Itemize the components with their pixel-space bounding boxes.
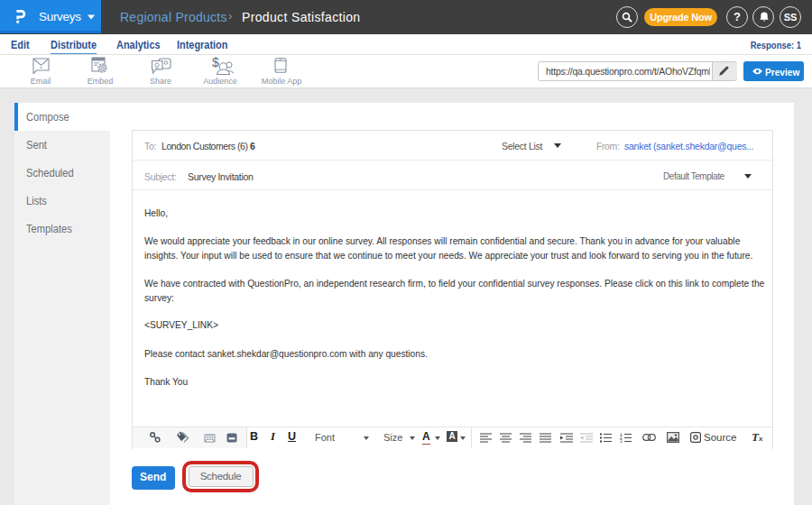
- svg-text:3: 3: [620, 439, 623, 443]
- svg-text:$: $: [212, 56, 219, 69]
